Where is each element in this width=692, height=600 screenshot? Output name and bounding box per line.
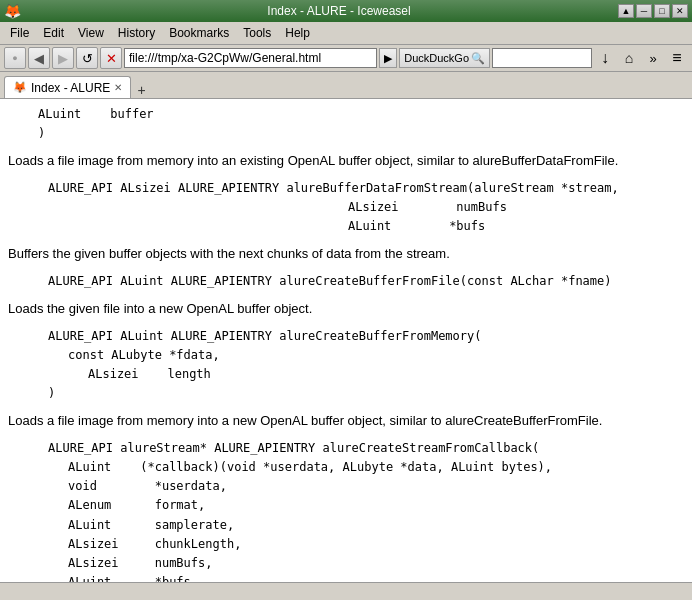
code-line: ALuint samplerate, — [48, 516, 684, 535]
code-line: ALsizei numBufs — [48, 198, 684, 217]
tab-close-button[interactable]: ✕ — [114, 82, 122, 93]
code-block-8: ALURE_API alureStream* ALURE_APIENTRY al… — [8, 437, 684, 582]
nav-icon-left: ● — [4, 47, 26, 69]
close-button[interactable]: ✕ — [672, 4, 688, 18]
text-section-7: Loads a file image from memory into a ne… — [8, 411, 684, 431]
more-button[interactable]: » — [642, 47, 664, 69]
menu-bookmarks[interactable]: Bookmarks — [163, 24, 235, 42]
menu-edit[interactable]: Edit — [37, 24, 70, 42]
back-button[interactable]: ◀ — [28, 47, 50, 69]
search-engine-label: DuckDuckGo — [404, 52, 469, 64]
title-bar-title: Index - ALURE - Iceweasel — [60, 4, 618, 18]
code-block-2: ALURE_API ALsizei ALURE_APIENTRY alureBu… — [8, 177, 684, 239]
text-section-5: Loads the given file into a new OpenAL b… — [8, 299, 684, 319]
search-engine-dropdown-icon: 🔍 — [471, 52, 485, 65]
title-bar: 🦊 Index - ALURE - Iceweasel ▲ ─ □ ✕ — [0, 0, 692, 22]
nav-bar: ● ◀ ▶ ↺ ✕ ▶ DuckDuckGo 🔍 ↓ ⌂ » ≡ — [0, 44, 692, 72]
reload-button[interactable]: ↺ — [76, 47, 98, 69]
home-button[interactable]: ⌂ — [618, 47, 640, 69]
code-line: ALenum format, — [48, 496, 684, 515]
search-input[interactable] — [492, 48, 592, 68]
code-line: ALURE_API ALuint ALURE_APIENTRY alureCre… — [48, 327, 684, 346]
code-line: ALsizei length — [48, 365, 684, 384]
code-block-6: ALURE_API ALuint ALURE_APIENTRY alureCre… — [8, 325, 684, 406]
code-line: ALURE_API alureStream* ALURE_APIENTRY al… — [48, 439, 684, 458]
menu-file[interactable]: File — [4, 24, 35, 42]
code-line: ALURE_API ALsizei ALURE_APIENTRY alureBu… — [48, 179, 684, 198]
code-block-4: ALURE_API ALuint ALURE_APIENTRY alureCre… — [8, 270, 684, 293]
text-section-1: Loads a file image from memory into an e… — [8, 151, 684, 171]
menu-history[interactable]: History — [112, 24, 161, 42]
menu-tools[interactable]: Tools — [237, 24, 277, 42]
forward-button[interactable]: ▶ — [52, 47, 74, 69]
menu-view[interactable]: View — [72, 24, 110, 42]
code-block-0: ALuint buffer ) — [8, 103, 684, 145]
tab-index-alure[interactable]: 🦊 Index - ALURE ✕ — [4, 76, 131, 98]
tab-bar: 🦊 Index - ALURE ✕ + — [0, 72, 692, 98]
tab-label: Index - ALURE — [31, 81, 110, 95]
address-bar[interactable] — [124, 48, 377, 68]
status-bar — [0, 582, 692, 600]
code-line: ) — [48, 384, 684, 403]
code-line: ALuint *bufs — [48, 573, 684, 582]
code-line: const ALubyte *fdata, — [48, 346, 684, 365]
menu-bar: File Edit View History Bookmarks Tools H… — [0, 22, 692, 44]
content-area[interactable]: ALuint buffer ) Loads a file image from … — [0, 98, 692, 582]
minimize-button[interactable]: ▲ — [618, 4, 634, 18]
window-icon: 🦊 — [4, 3, 21, 19]
code-line: ALuint *bufs — [48, 217, 684, 236]
code-line: ALsizei chunkLength, — [48, 535, 684, 554]
text-section-3: Buffers the given buffer objects with th… — [8, 244, 684, 264]
code-line: ALURE_API ALuint ALURE_APIENTRY alureCre… — [48, 272, 684, 291]
new-tab-button[interactable]: + — [133, 82, 149, 98]
maximize-button[interactable]: □ — [654, 4, 670, 18]
code-line: ALuint buffer — [38, 105, 684, 124]
stop-button[interactable]: ✕ — [100, 47, 122, 69]
menu-help[interactable]: Help — [279, 24, 316, 42]
download-button[interactable]: ↓ — [594, 47, 616, 69]
code-line: ALsizei numBufs, — [48, 554, 684, 573]
go-button[interactable]: ▶ — [379, 48, 397, 68]
restore-button[interactable]: ─ — [636, 4, 652, 18]
code-line: ALuint (*callback)(void *userdata, ALuby… — [48, 458, 684, 477]
search-engine-button[interactable]: DuckDuckGo 🔍 — [399, 48, 490, 68]
code-line: ) — [38, 124, 684, 143]
tab-icon: 🦊 — [13, 81, 27, 94]
code-line: void *userdata, — [48, 477, 684, 496]
menu-hamburger-button[interactable]: ≡ — [666, 47, 688, 69]
